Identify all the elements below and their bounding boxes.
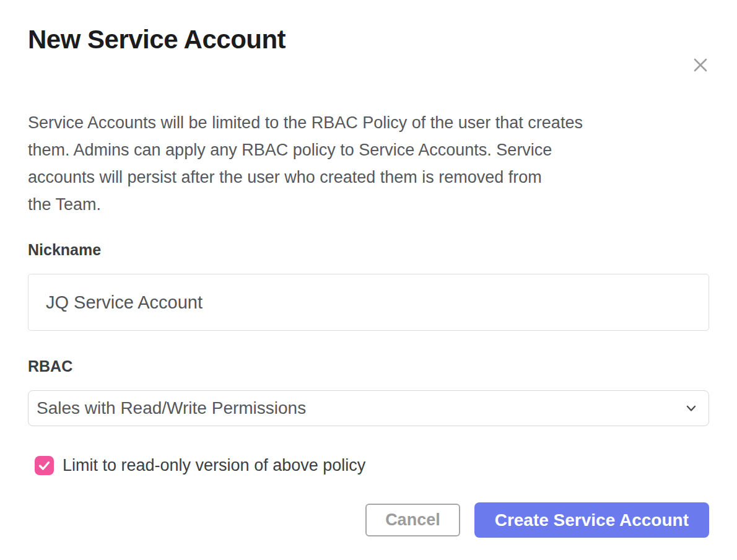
checkmark-icon (37, 458, 51, 473)
cancel-button[interactable]: Cancel (365, 504, 460, 536)
modal-footer: Cancel Create Service Account (28, 502, 709, 538)
description-line: accounts will persist after the user who… (28, 164, 709, 191)
close-button[interactable] (690, 55, 711, 76)
description-line: Service Accounts will be limited to the … (28, 109, 709, 136)
rbac-select[interactable]: Sales with Read/Write Permissions (28, 390, 709, 426)
description-line: them. Admins can apply any RBAC policy t… (28, 136, 709, 164)
rbac-label: RBAC (28, 357, 709, 375)
nickname-label: Nickname (28, 240, 709, 259)
modal-title: New Service Account (28, 25, 709, 55)
limit-checkbox[interactable] (35, 456, 54, 475)
close-icon (691, 56, 710, 74)
create-service-account-button[interactable]: Create Service Account (474, 502, 709, 538)
nickname-input[interactable] (28, 274, 709, 331)
limit-checkbox-label[interactable]: Limit to read-only version of above poli… (63, 456, 365, 475)
modal-description: Service Accounts will be limited to the … (28, 109, 709, 218)
chevron-down-icon (684, 401, 699, 416)
description-line: the Team. (28, 191, 709, 218)
limit-checkbox-row: Limit to read-only version of above poli… (28, 456, 709, 475)
new-service-account-modal: New Service Account Service Accounts wil… (0, 25, 737, 560)
rbac-selected-value: Sales with Read/Write Permissions (37, 398, 306, 418)
